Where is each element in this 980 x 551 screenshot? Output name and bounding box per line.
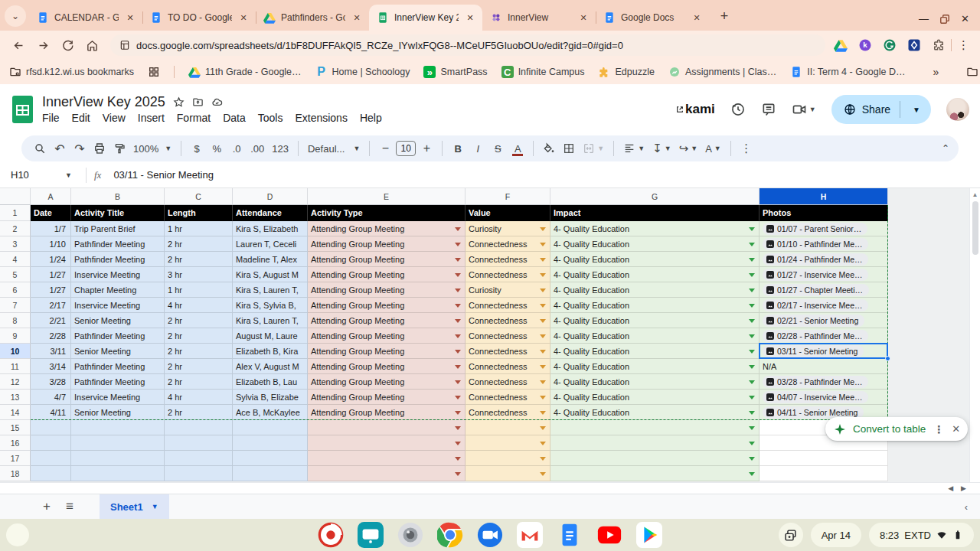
cell-F2[interactable]: Curiosity xyxy=(466,221,550,236)
cell-G11[interactable]: 4- Quality Education xyxy=(550,359,760,374)
version-history-icon[interactable] xyxy=(730,102,746,117)
home-button[interactable] xyxy=(81,34,103,56)
cell-D3[interactable]: Lauren T, Ceceli xyxy=(233,236,308,252)
share-button[interactable]: Share ▼ xyxy=(831,95,931,124)
launcher-button[interactable] xyxy=(6,523,29,546)
cell-F11[interactable]: Connectedness xyxy=(466,359,550,374)
tab-close-icon[interactable]: ✕ xyxy=(691,11,703,24)
cell-C5[interactable]: 3 hr xyxy=(165,267,233,282)
back-button[interactable] xyxy=(8,34,29,56)
header-cell[interactable]: Activity Type xyxy=(308,205,466,221)
add-sheet-button[interactable]: + xyxy=(35,499,58,514)
cell-H6[interactable]: 01/27 - Chapter Meeti… xyxy=(760,282,888,298)
menu-extensions[interactable]: Extensions xyxy=(289,111,353,125)
browser-menu-button[interactable]: ⋮ xyxy=(955,38,972,52)
cell-B5[interactable]: Inservice Meeting xyxy=(71,267,165,282)
tab-close-icon[interactable]: ✕ xyxy=(464,11,476,24)
cell-F7[interactable]: Connectedness xyxy=(466,298,550,313)
cell-D15[interactable] xyxy=(233,420,308,435)
row-header[interactable]: 18 xyxy=(0,466,31,481)
cell-A4[interactable]: 1/24 xyxy=(31,252,71,267)
row-header[interactable]: 2 xyxy=(0,221,31,236)
menu-data[interactable]: Data xyxy=(217,111,252,125)
text-color-button[interactable]: A xyxy=(508,139,527,158)
format-percent-button[interactable]: % xyxy=(207,139,226,158)
corner-box[interactable] xyxy=(0,188,31,205)
cell-H2[interactable]: 01/07 - Parent Senior… xyxy=(760,221,888,236)
cell-F3[interactable]: Connectedness xyxy=(466,236,550,252)
cell-A17[interactable] xyxy=(31,451,71,466)
cell-B7[interactable]: Inservice Meeting xyxy=(71,298,165,313)
cell-B4[interactable]: Pathfinder Meeting xyxy=(71,252,165,267)
cell-G6[interactable]: 4- Quality Education xyxy=(550,282,760,298)
cell-E2[interactable]: Attending Group Meeting xyxy=(308,221,466,236)
strikethrough-button[interactable]: S xyxy=(488,139,507,158)
app-icon-docs-app[interactable] xyxy=(557,522,583,548)
cell-F4[interactable]: Connectedness xyxy=(466,252,550,267)
row-header[interactable]: 9 xyxy=(0,328,31,344)
bookmarks-overflow-button[interactable]: » xyxy=(933,66,939,78)
cell-A7[interactable]: 2/17 xyxy=(31,298,71,313)
cell-E15[interactable] xyxy=(308,420,466,435)
cell-D16[interactable] xyxy=(233,435,308,451)
column-header-B[interactable]: B xyxy=(71,188,165,205)
all-bookmarks-button[interactable]: All Bookmarks xyxy=(966,66,980,78)
cell-F5[interactable]: Connectedness xyxy=(466,267,550,282)
cell-B18[interactable] xyxy=(71,466,165,481)
menu-view[interactable]: View xyxy=(96,111,132,125)
cell-D12[interactable]: Elizabeth B, Lau xyxy=(233,374,308,390)
cell-D7[interactable]: Kira S, Sylvia B, xyxy=(233,298,308,313)
browser-tab[interactable]: TO DO - Google Docs✕ xyxy=(142,5,256,31)
formula-value[interactable]: 03/11 - Senior Meeting xyxy=(113,169,214,181)
cell-B6[interactable]: Chapter Meeting xyxy=(71,282,165,298)
cell-B9[interactable]: Pathfinder Meeting xyxy=(71,328,165,344)
cell-A8[interactable]: 2/21 xyxy=(31,313,71,328)
format-currency-button[interactable]: $ xyxy=(188,139,206,158)
photo-chip[interactable]: 03/11 - Senior Meeting xyxy=(763,345,864,357)
header-cell[interactable]: Attendance xyxy=(233,205,308,221)
fill-color-button[interactable] xyxy=(540,139,558,158)
cell-H5[interactable]: 01/27 - Inservice Mee… xyxy=(760,267,888,282)
column-header-A[interactable]: A xyxy=(31,188,71,205)
cell-G12[interactable]: 4- Quality Education xyxy=(550,374,760,390)
scroll-right-icon[interactable]: ▶ xyxy=(961,484,966,492)
cloud-status-icon[interactable] xyxy=(211,96,223,108)
menu-edit[interactable]: Edit xyxy=(66,111,96,125)
bookmark-drive[interactable]: 11th Grade - Google… xyxy=(188,66,302,78)
cell-E7[interactable]: Attending Group Meeting xyxy=(308,298,466,313)
close-button[interactable]: ✕ xyxy=(961,13,969,24)
cell-E6[interactable]: Attending Group Meeting xyxy=(308,282,466,298)
tab-close-icon[interactable]: ✕ xyxy=(237,11,250,24)
photo-chip[interactable]: 01/24 - Pathfinder Me… xyxy=(763,253,868,266)
cell-F6[interactable]: Curiosity xyxy=(466,282,550,298)
header-cell[interactable]: Impact xyxy=(550,205,760,221)
photo-chip[interactable]: 02/21 - Senior Meeting xyxy=(763,315,864,327)
cell-E3[interactable]: Attending Group Meeting xyxy=(308,236,466,252)
row-header[interactable]: 17 xyxy=(0,451,31,466)
cell-G9[interactable]: 4- Quality Education xyxy=(550,328,760,344)
cell-G15[interactable] xyxy=(550,420,760,435)
drive-icon[interactable] xyxy=(833,37,848,53)
menu-format[interactable]: Format xyxy=(171,111,217,125)
cell-A10[interactable]: 3/11 xyxy=(31,344,71,359)
app-icon-camera[interactable] xyxy=(397,522,423,548)
header-cell[interactable]: Length xyxy=(165,205,233,221)
browser-tab[interactable]: InnerView✕ xyxy=(482,5,596,31)
comments-icon[interactable] xyxy=(761,102,776,117)
photo-chip[interactable]: 04/07 - Inservice Mee… xyxy=(763,391,868,403)
cell-E18[interactable] xyxy=(308,466,466,481)
cell-A16[interactable] xyxy=(31,435,71,451)
cell-G14[interactable]: 4- Quality Education xyxy=(550,405,760,420)
cell-A18[interactable] xyxy=(31,466,71,481)
cell-C7[interactable]: 4 hr xyxy=(165,298,233,313)
row-header[interactable]: 11 xyxy=(0,359,31,374)
print-icon[interactable] xyxy=(90,139,109,158)
bookmark-apps-grid[interactable] xyxy=(148,66,160,78)
cell-B8[interactable]: Senior Meeting xyxy=(71,313,165,328)
cell-H18[interactable] xyxy=(760,466,888,481)
cell-E10[interactable]: Attending Group Meeting xyxy=(308,344,466,359)
cell-G5[interactable]: 4- Quality Education xyxy=(550,267,760,282)
grammarly-icon[interactable] xyxy=(882,37,897,53)
cell-D14[interactable]: Ace B, McKaylee xyxy=(233,405,308,420)
borders-button[interactable] xyxy=(560,139,578,158)
